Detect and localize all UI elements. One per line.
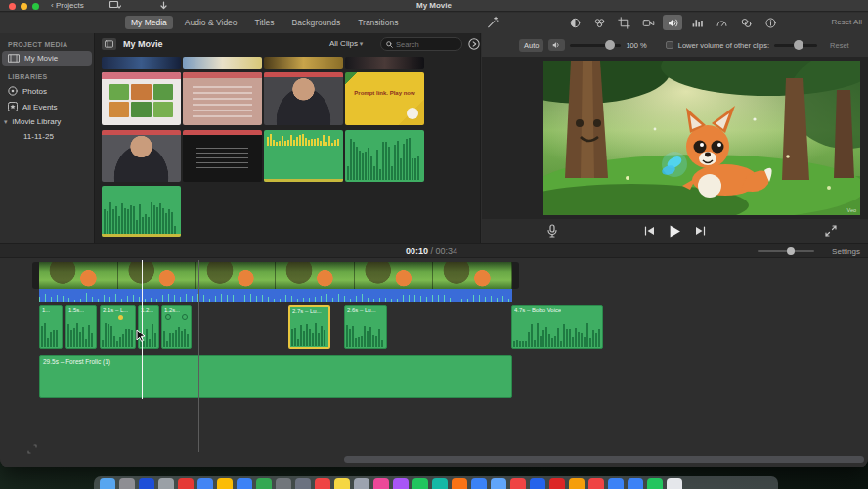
- speed-icon[interactable]: [712, 15, 731, 30]
- color-balance-icon[interactable]: [565, 15, 585, 30]
- dock-app-icon[interactable]: [354, 478, 369, 489]
- audio-clip[interactable]: 1.5s...: [65, 305, 97, 349]
- search-field[interactable]: [380, 37, 462, 51]
- dock-app-icon[interactable]: [315, 478, 330, 489]
- stabilization-icon[interactable]: [638, 15, 658, 30]
- video-track-filmstrip[interactable]: [39, 262, 512, 289]
- fullscreen-icon[interactable]: [825, 225, 837, 237]
- appearance-toggle-icon[interactable]: [102, 38, 116, 50]
- chevron-down-icon[interactable]: ▾: [4, 118, 8, 126]
- timeline-horizontal-scrollbar[interactable]: [344, 456, 864, 463]
- ducking-slider-knob[interactable]: [794, 40, 803, 50]
- media-thumbnail-presenter[interactable]: [102, 130, 181, 182]
- dock-app-icon[interactable]: [119, 478, 135, 489]
- dock-app-icon[interactable]: [139, 478, 154, 489]
- tab-transitions[interactable]: Transitions: [352, 16, 404, 29]
- dock-app-icon[interactable]: [667, 478, 682, 489]
- dock-app-icon[interactable]: [491, 478, 506, 489]
- search-input[interactable]: [396, 40, 455, 49]
- clip-trim-handle[interactable]: [512, 262, 519, 289]
- dock-app-icon[interactable]: [256, 478, 272, 489]
- media-thumbnail-terminal[interactable]: [183, 130, 262, 182]
- clip-info-icon[interactable]: [760, 15, 780, 30]
- timeline[interactable]: 1... 1.5s... 2.1s – L... 1.2... 1.2s...: [0, 258, 868, 467]
- dock-app-icon[interactable]: [158, 478, 174, 489]
- sidebar-item-event-11-11-25[interactable]: 11-11-25: [2, 129, 92, 144]
- dock-app-icon[interactable]: [647, 478, 663, 489]
- timeline-settings-button[interactable]: Settings: [832, 247, 860, 256]
- dock-app-icon[interactable]: [393, 478, 409, 489]
- dock-app-icon[interactable]: [549, 478, 565, 489]
- sidebar-item-photos[interactable]: Photos: [2, 83, 92, 99]
- tab-backgrounds[interactable]: Backgrounds: [286, 16, 347, 29]
- media-thumbnail[interactable]: [345, 57, 424, 69]
- dock-app-icon[interactable]: [510, 478, 526, 489]
- media-thumbnail[interactable]: [102, 57, 181, 69]
- volume-slider-knob[interactable]: [605, 40, 615, 50]
- media-thumbnail-document[interactable]: [183, 72, 262, 125]
- media-thumbnail[interactable]: [183, 57, 262, 69]
- dock-app-icon[interactable]: [452, 478, 467, 489]
- dock[interactable]: [94, 476, 778, 489]
- dock-app-icon[interactable]: [412, 478, 428, 489]
- skip-back-button[interactable]: [644, 226, 655, 236]
- auto-volume-button[interactable]: Auto: [519, 39, 543, 52]
- dock-app-icon[interactable]: [608, 478, 624, 489]
- skip-forward-button[interactable]: [695, 226, 706, 236]
- media-thumbnail[interactable]: [264, 57, 343, 69]
- clip-filter-dropdown[interactable]: All Clips: [329, 39, 363, 48]
- media-thumbnail-audio[interactable]: [264, 130, 343, 182]
- crop-icon[interactable]: [614, 15, 633, 30]
- media-thumbnail-presenter[interactable]: [264, 72, 343, 125]
- dock-app-icon[interactable]: [334, 478, 350, 489]
- mute-button[interactable]: [548, 39, 565, 51]
- dock-app-icon[interactable]: [100, 478, 115, 489]
- audio-clip[interactable]: 1...: [39, 305, 63, 349]
- volume-icon[interactable]: [663, 15, 682, 30]
- dock-app-icon[interactable]: [217, 478, 233, 489]
- tab-audio-video[interactable]: Audio & Video: [179, 16, 243, 29]
- lower-volume-checkbox[interactable]: [666, 41, 673, 49]
- audio-clip-selected[interactable]: 2.7s – Lu...: [288, 305, 330, 349]
- dock-app-icon[interactable]: [471, 478, 487, 489]
- dock-app-icon[interactable]: [276, 478, 291, 489]
- noise-reduction-icon[interactable]: [687, 15, 707, 30]
- timeline-zoom-slider[interactable]: [758, 250, 814, 252]
- audio-clip[interactable]: 1.2s...: [161, 305, 192, 349]
- audio-clip[interactable]: 2.6s – Lu...: [344, 305, 387, 349]
- sidebar-item-imovie-library[interactable]: ▾ iMovie Library: [2, 114, 92, 129]
- sidebar-item-all-events[interactable]: All Events: [2, 99, 92, 114]
- play-button[interactable]: [669, 225, 681, 238]
- forward-circle-icon[interactable]: [468, 38, 480, 50]
- dock-app-icon[interactable]: [628, 478, 643, 489]
- background-music-clip[interactable]: 29.5s – Forest Frolic (1): [39, 355, 512, 398]
- volume-slider[interactable]: [570, 44, 621, 47]
- zoom-slider-knob[interactable]: [787, 247, 795, 255]
- clip-trim-handle[interactable]: [32, 262, 39, 289]
- ducking-slider[interactable]: [774, 44, 817, 47]
- dock-app-icon[interactable]: [178, 478, 194, 489]
- audio-clip[interactable]: 2.1s – L...: [100, 305, 136, 349]
- color-correction-icon[interactable]: [589, 15, 609, 30]
- clip-filter-icon[interactable]: [736, 15, 756, 30]
- dock-app-icon[interactable]: [295, 478, 311, 489]
- enhance-wand-icon[interactable]: [486, 16, 499, 29]
- tab-my-media[interactable]: My Media: [125, 16, 173, 29]
- media-thumbnail-audio[interactable]: [345, 130, 424, 182]
- tab-titles[interactable]: Titles: [249, 16, 281, 29]
- dock-app-icon[interactable]: [373, 478, 389, 489]
- dock-app-icon[interactable]: [569, 478, 585, 489]
- video-audio-waveform-bar[interactable]: [39, 289, 512, 302]
- dock-app-icon[interactable]: [237, 478, 252, 489]
- media-thumbnail-webpage[interactable]: [102, 72, 181, 125]
- reset-all-button[interactable]: Reset All: [831, 18, 862, 26]
- reset-button[interactable]: Reset: [830, 41, 849, 50]
- dock-app-icon[interactable]: [432, 478, 448, 489]
- sidebar-item-my-movie[interactable]: My Movie: [2, 51, 92, 66]
- media-thumbnail-audio[interactable]: [102, 186, 181, 237]
- dock-app-icon[interactable]: [197, 478, 213, 489]
- audio-clip[interactable]: 4.7s – Bobo Voice: [511, 305, 603, 349]
- media-thumbnail-slide[interactable]: Prompt link. Play now: [345, 72, 424, 125]
- dock-app-icon[interactable]: [530, 478, 545, 489]
- dock-app-icon[interactable]: [588, 478, 604, 489]
